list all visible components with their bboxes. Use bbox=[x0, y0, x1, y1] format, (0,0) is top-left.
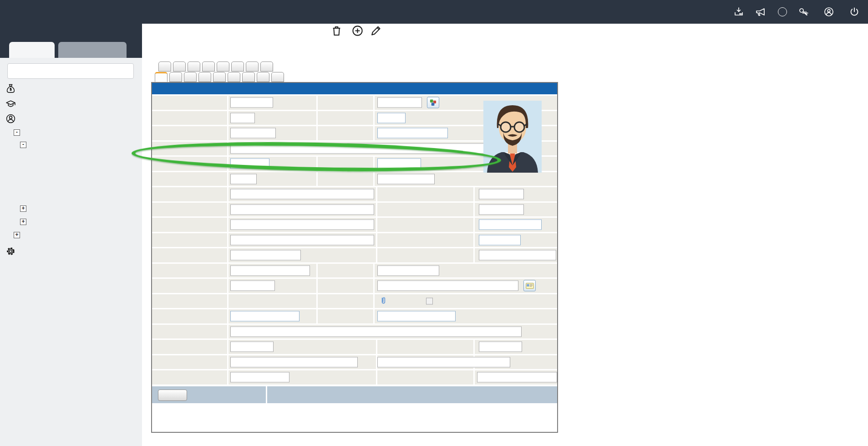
sidebar-item-employee-hr[interactable]: - bbox=[14, 127, 24, 138]
tab-ud-areas[interactable] bbox=[213, 72, 226, 82]
employee-code-input[interactable] bbox=[230, 97, 273, 108]
main-activity-select[interactable] bbox=[377, 311, 456, 322]
tab-accruals[interactable] bbox=[246, 62, 259, 72]
filter-menu-input[interactable] bbox=[7, 63, 134, 79]
title-select[interactable] bbox=[230, 159, 269, 169]
date-of-birth-input[interactable] bbox=[230, 281, 275, 291]
sidebar-item-finance[interactable] bbox=[5, 82, 20, 93]
gender-select[interactable] bbox=[377, 128, 448, 138]
name-suffixes-input[interactable] bbox=[230, 250, 301, 261]
form-row-indigenous-status bbox=[152, 309, 557, 325]
person-number-input[interactable] bbox=[377, 97, 422, 108]
form-row-supervisor-names bbox=[152, 355, 557, 371]
expand-icon[interactable]: + bbox=[20, 219, 26, 225]
last-updated-by-input[interactable] bbox=[230, 372, 289, 383]
tab-super[interactable] bbox=[188, 62, 200, 72]
tab-row-employee bbox=[155, 72, 284, 82]
school-selector[interactable] bbox=[798, 6, 812, 17]
reason-for-termination-select[interactable] bbox=[479, 220, 542, 230]
collapse-icon[interactable]: - bbox=[14, 129, 20, 136]
alternate-id-input[interactable] bbox=[230, 143, 509, 154]
kiosk-password-input[interactable] bbox=[377, 265, 439, 276]
footer-divider bbox=[266, 386, 267, 403]
person-lookup-button[interactable] bbox=[427, 97, 439, 108]
delete-button[interactable] bbox=[326, 25, 347, 37]
other-names-input[interactable] bbox=[230, 220, 374, 230]
paperclip-icon[interactable] bbox=[380, 296, 387, 306]
tab-address[interactable] bbox=[169, 72, 182, 82]
tab-permanent-pays[interactable] bbox=[202, 62, 215, 72]
indigenous-status-select[interactable] bbox=[230, 311, 299, 322]
supervisor2-name-input[interactable] bbox=[377, 357, 510, 367]
sidebar bbox=[0, 58, 142, 446]
tab-conf-notes[interactable] bbox=[242, 72, 255, 82]
sidebar-item-payroll[interactable]: + bbox=[14, 230, 24, 241]
form-row-other-names bbox=[152, 218, 557, 233]
driver-licence-input[interactable] bbox=[377, 174, 435, 184]
form-footer-bar bbox=[152, 386, 557, 403]
form-row-last-updated bbox=[152, 370, 557, 386]
tab-payments[interactable] bbox=[217, 62, 229, 72]
position-title-input[interactable] bbox=[230, 326, 522, 337]
menu-tab[interactable] bbox=[9, 42, 55, 58]
sidebar-item-employee-information[interactable]: - bbox=[20, 139, 30, 150]
supervisor-name-input[interactable] bbox=[230, 357, 358, 367]
position-text-input[interactable] bbox=[479, 250, 556, 261]
termination-date-input[interactable] bbox=[479, 204, 524, 215]
form-row-position-title bbox=[152, 325, 557, 340]
tab-general[interactable] bbox=[155, 72, 168, 82]
edit-button[interactable] bbox=[365, 25, 386, 37]
form-row-date-of-birth bbox=[152, 279, 557, 294]
previous-payroll-id-input[interactable] bbox=[230, 265, 310, 276]
tab-payg-psum[interactable] bbox=[260, 62, 273, 72]
help-icon[interactable] bbox=[778, 7, 787, 16]
form-row-name-suffixes bbox=[152, 248, 557, 264]
sidebar-item-system-admin[interactable] bbox=[5, 246, 20, 256]
form-row-signature bbox=[152, 294, 557, 310]
contact-card-icon bbox=[526, 282, 534, 289]
gear-icon bbox=[5, 246, 16, 256]
trash-icon bbox=[330, 25, 343, 37]
pencil-icon bbox=[370, 25, 382, 37]
initials-input[interactable] bbox=[230, 174, 257, 184]
sidebar-item-student-admin[interactable] bbox=[5, 98, 20, 109]
announcements-icon[interactable] bbox=[755, 6, 767, 17]
marital-status-select[interactable] bbox=[377, 159, 421, 169]
sidebar-item-payroll-hrm[interactable] bbox=[5, 113, 20, 124]
tab-pd-activities[interactable] bbox=[271, 72, 284, 82]
surname-input[interactable] bbox=[230, 189, 374, 200]
logout-power-icon[interactable] bbox=[849, 6, 860, 17]
supplier-code-input[interactable] bbox=[230, 128, 276, 138]
employment-status-select[interactable] bbox=[479, 235, 521, 245]
expand-icon[interactable]: + bbox=[14, 232, 20, 238]
tab-pay-runs[interactable] bbox=[231, 62, 244, 72]
topbar-right-group bbox=[733, 0, 860, 24]
profile-menu[interactable] bbox=[823, 6, 838, 17]
bookmarks-tab[interactable] bbox=[58, 42, 127, 58]
cancel-button[interactable] bbox=[158, 390, 187, 401]
tab-notes[interactable] bbox=[228, 72, 240, 82]
form-row-supervisor bbox=[152, 340, 557, 355]
school-email-input[interactable] bbox=[377, 281, 518, 291]
email-card-button[interactable] bbox=[523, 280, 536, 292]
tab-person[interactable] bbox=[198, 72, 211, 82]
sidebar-item-setup-information[interactable]: + bbox=[20, 216, 30, 227]
supervisor2-input[interactable] bbox=[479, 342, 522, 352]
tab-next-of-kin[interactable] bbox=[184, 72, 197, 82]
form-row-first-name bbox=[152, 203, 557, 218]
tab-qualifications[interactable] bbox=[257, 72, 269, 82]
collapse-icon[interactable]: - bbox=[20, 142, 26, 148]
preferred-name-input[interactable] bbox=[230, 235, 374, 245]
signature-remove-checkbox[interactable] bbox=[426, 297, 433, 304]
first-name-input[interactable] bbox=[230, 204, 374, 215]
download-icon[interactable] bbox=[733, 6, 744, 17]
expand-icon[interactable]: + bbox=[20, 205, 26, 212]
sidebar-item-listings-reports[interactable]: + bbox=[20, 203, 30, 214]
tab-tax-bank[interactable] bbox=[173, 62, 186, 72]
tab-payroll-details[interactable] bbox=[158, 62, 171, 72]
last-update-on-input[interactable] bbox=[477, 372, 557, 383]
teacher-code-input[interactable] bbox=[230, 113, 255, 123]
supervisor-input[interactable] bbox=[230, 342, 274, 352]
deceased-select[interactable] bbox=[377, 113, 406, 123]
start-date-input[interactable] bbox=[479, 189, 524, 200]
